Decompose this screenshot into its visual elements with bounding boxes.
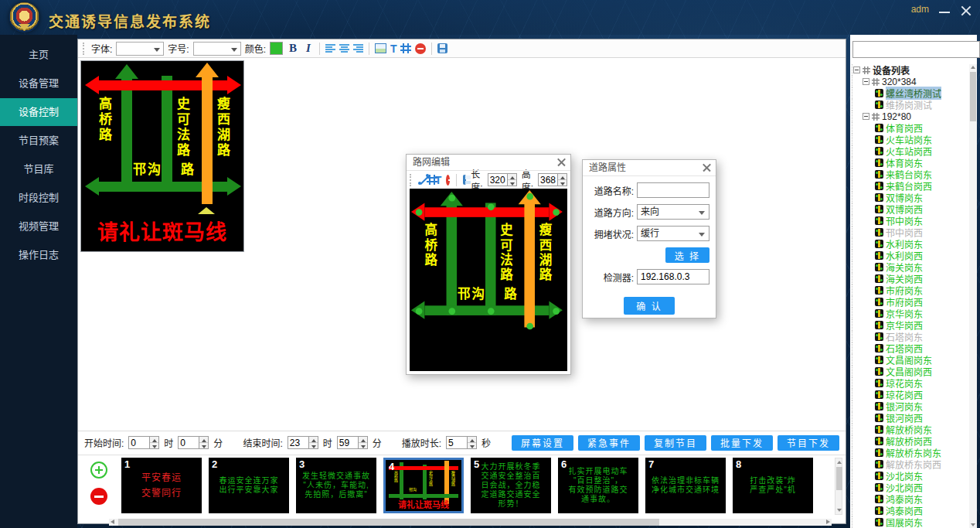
end-hour-input[interactable] <box>288 436 309 449</box>
end-minute-spinner[interactable] <box>359 436 368 449</box>
delete-icon[interactable] <box>446 175 450 186</box>
playlist-item-6[interactable]: 6扎实开展电动车"百日整治"，有效预防道路交通事故。 <box>558 458 638 513</box>
device-item[interactable]: 解放桥岗西 <box>852 435 968 447</box>
device-item[interactable]: 邗中岗西 <box>852 227 968 238</box>
sidebar-item-device-management[interactable]: 设备管理 <box>0 70 77 97</box>
device-item[interactable]: 沙北岗西 <box>852 482 968 493</box>
align-center-icon[interactable] <box>339 44 349 53</box>
edit-handle[interactable] <box>553 308 560 315</box>
scrollbar-thumb[interactable] <box>836 467 842 490</box>
edit-handle[interactable] <box>526 193 533 200</box>
edit-handle[interactable] <box>488 308 495 315</box>
scroll-right-icon[interactable] <box>826 519 830 524</box>
edit-handle[interactable] <box>553 209 560 216</box>
align-left-icon[interactable] <box>325 44 335 53</box>
congestion-select[interactable]: 缓行 <box>637 226 709 241</box>
device-item[interactable]: 水利岗东 <box>852 238 968 250</box>
device-item[interactable]: 沙北岗东 <box>852 470 968 482</box>
tree-collapse-icon[interactable] <box>863 113 869 120</box>
length-input[interactable] <box>488 173 508 186</box>
sidebar-item-video-management[interactable]: 视频管理 <box>0 213 77 240</box>
height-spinner[interactable] <box>558 173 567 186</box>
device-item[interactable]: 来鹤台岗西 <box>852 180 968 192</box>
device-item[interactable]: 螺丝湾桥测试 <box>852 87 968 99</box>
device-item[interactable]: 琼花岗东 <box>852 377 968 389</box>
device-item[interactable]: 鸿泰岗东 <box>852 493 968 505</box>
minimize-button[interactable] <box>937 3 952 19</box>
insert-text-icon[interactable] <box>435 174 442 186</box>
device-item[interactable]: 体育岗西 <box>852 122 968 134</box>
draw-line-icon[interactable] <box>418 175 422 186</box>
start-minute-spinner[interactable] <box>199 436 209 449</box>
playlist-item-3[interactable]: 3发生轻微交通事故"人未伤，车能动,先拍照，后撤离" <box>296 458 376 513</box>
start-hour-input[interactable] <box>128 436 150 449</box>
sidebar-item-program-library[interactable]: 节目库 <box>0 155 77 183</box>
device-item[interactable]: 市府岗西 <box>852 296 968 308</box>
playlist-item-1[interactable]: 1平安春运交警同行 <box>121 458 202 513</box>
end-hour-spinner[interactable] <box>309 436 318 449</box>
duration-spinner[interactable] <box>468 436 477 449</box>
tree-collapse-icon[interactable] <box>863 78 869 85</box>
device-item[interactable]: 市府岗东 <box>852 284 968 296</box>
confirm-button[interactable]: 确 认 <box>624 297 674 315</box>
scrollbar-thumb[interactable] <box>970 72 976 121</box>
sidebar-item-home[interactable]: 主页 <box>0 41 77 69</box>
sidebar-item-period-control[interactable]: 时段控制 <box>0 184 77 212</box>
device-item[interactable]: 文昌阁岗西 <box>852 366 968 377</box>
device-group[interactable]: 320*384 <box>852 76 968 87</box>
device-item[interactable]: 火车站岗东 <box>852 134 968 145</box>
road-name-input[interactable] <box>637 182 709 198</box>
device-item[interactable]: 京华岗西 <box>852 319 968 331</box>
font-size-select[interactable] <box>193 42 241 56</box>
bold-button[interactable]: B <box>287 42 299 55</box>
screen-settings-button[interactable]: 屏幕设置 <box>512 435 573 451</box>
device-item[interactable]: 文昌阁岗东 <box>852 354 968 366</box>
device-item[interactable]: 双博岗东 <box>852 192 968 203</box>
playlist-horizontal-scrollbar[interactable] <box>109 519 832 526</box>
align-right-icon[interactable] <box>353 44 363 53</box>
length-spinner[interactable] <box>508 173 517 186</box>
device-tree-root[interactable]: 设备列表 <box>852 64 968 76</box>
device-item[interactable]: 火车站岗西 <box>852 145 968 157</box>
scroll-left-icon[interactable] <box>111 519 114 524</box>
edit-handle[interactable] <box>448 195 455 202</box>
insert-image-icon[interactable] <box>375 43 386 53</box>
device-item[interactable]: 鸿泰岗西 <box>852 505 968 516</box>
insert-text-icon[interactable] <box>390 43 397 55</box>
sidebar-item-operation-log[interactable]: 操作日志 <box>0 241 77 269</box>
device-search-input[interactable] <box>852 41 980 58</box>
scroll-down-icon[interactable] <box>836 507 842 513</box>
color-swatch[interactable] <box>270 42 283 55</box>
start-hour-spinner[interactable] <box>150 436 159 449</box>
duration-input[interactable] <box>446 436 468 449</box>
dialog-close-icon[interactable] <box>702 163 712 173</box>
device-item[interactable]: 国展岗东 <box>852 516 968 528</box>
dialog-close-icon[interactable] <box>556 158 567 168</box>
device-item[interactable]: 维扬岗测试 <box>852 99 968 111</box>
edit-handle[interactable] <box>448 308 455 315</box>
device-item[interactable]: 石塔岗东 <box>852 331 968 342</box>
save-icon[interactable] <box>437 43 447 53</box>
device-item[interactable]: 解放桥东岗西 <box>852 458 968 470</box>
scroll-down-icon[interactable] <box>971 523 975 526</box>
tree-collapse-icon[interactable] <box>853 66 860 73</box>
playlist-item-4[interactable]: 4高桥路史可法路瘦西湖路邗沟请礼让斑马线 <box>383 458 464 513</box>
edit-handle[interactable] <box>526 323 533 330</box>
playlist-item-8[interactable]: 8打击改装"炸严查严处"机 <box>733 458 813 513</box>
device-tree-scrollbar[interactable] <box>969 64 977 528</box>
remove-program-icon[interactable] <box>90 488 107 505</box>
device-item[interactable]: 银河岗西 <box>852 412 968 424</box>
device-item[interactable]: 石塔岗西 <box>852 342 968 354</box>
add-program-icon[interactable] <box>90 462 107 479</box>
edit-handle[interactable] <box>416 209 423 216</box>
delete-icon[interactable] <box>415 43 426 54</box>
playlist-item-7[interactable]: 7依法治理非标车辆净化城市交通环境 <box>645 458 726 513</box>
playlist-item-2[interactable]: 2春运安全连万家出行平安靠大家 <box>209 458 289 513</box>
choose-button[interactable]: 选 择 <box>665 247 709 263</box>
device-item[interactable]: 解放桥东岗东 <box>852 447 968 458</box>
font-select[interactable] <box>116 42 164 56</box>
device-item[interactable]: 海关岗东 <box>852 261 968 273</box>
end-minute-input[interactable] <box>337 436 359 449</box>
playlist-vertical-scrollbar[interactable] <box>835 458 842 515</box>
device-item[interactable]: 双博岗西 <box>852 203 968 215</box>
